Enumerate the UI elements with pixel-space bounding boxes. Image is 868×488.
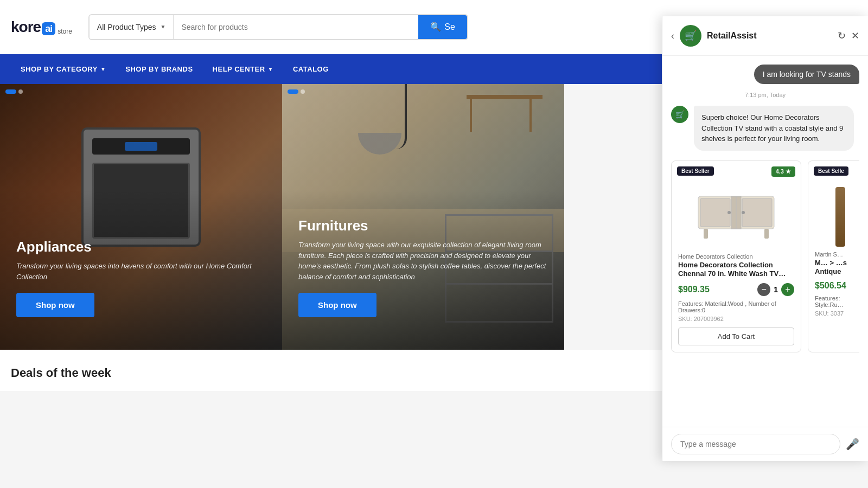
product-card-2-partial: Best Selle Martin S… M… > …s Antique $50…	[808, 160, 859, 353]
product-card-1: Best Seller 4.3 ★	[671, 160, 801, 353]
product-features-2: Features: Style:Ru…	[815, 295, 859, 308]
svg-rect-1	[700, 198, 730, 227]
quantity-decrease-button-1[interactable]: −	[757, 283, 770, 296]
svg-rect-2	[742, 198, 772, 227]
product-features-1: Features: Material:Wood , Number of Draw…	[678, 300, 794, 313]
search-bar: All Product Types ▼ 🔍 Se	[88, 14, 468, 40]
product-type-dropdown[interactable]: All Product Types ▼	[90, 15, 174, 39]
appliances-content: Appliances Transform your living spaces …	[16, 239, 266, 317]
chat-bot-avatar: 🛒	[680, 25, 701, 47]
furniture-description: Transform your living space with our exq…	[298, 240, 548, 282]
chevron-down-icon: ▼	[100, 66, 106, 72]
chevron-down-icon-help: ▼	[268, 66, 273, 72]
logo-kore: kore	[11, 18, 41, 35]
nav-item-help-center[interactable]: HELP CENTER ▼	[203, 54, 283, 84]
search-icon: 🔍	[430, 22, 441, 32]
search-btn-label: Se	[444, 22, 455, 32]
furniture-shop-now-button[interactable]: Shop now	[298, 293, 376, 317]
carousel-indicator-appliances	[5, 89, 23, 94]
carousel-indicator-furniture	[288, 89, 305, 94]
chat-messages: I am looking for TV stands 7:13 pm, Toda…	[662, 56, 868, 391]
nav-label-shop-by-category: SHOP BY CATEGORY	[21, 65, 98, 73]
chat-header-actions: ↻ ✕	[838, 30, 859, 42]
chat-bot-name: RetailAssist	[707, 31, 838, 41]
product-image-1	[678, 183, 794, 248]
dropdown-arrow-icon: ▼	[161, 24, 166, 30]
svg-point-6	[742, 211, 745, 214]
chat-panel: ‹ 🛒 RetailAssist ↻ ✕ I am looking for TV…	[662, 16, 868, 391]
quantity-value-1: 1	[774, 285, 778, 294]
best-seller-badge-2: Best Selle	[814, 166, 848, 176]
nav-item-catalog[interactable]: CATALOG	[283, 54, 339, 84]
chat-header: ‹ 🛒 RetailAssist ↻ ✕	[662, 16, 868, 56]
product-title-2: M… > …s Antique	[815, 259, 859, 277]
product-price-1: $909.35	[678, 285, 710, 294]
product-type-label: All Product Types	[97, 23, 156, 31]
product-title-1: Home Decorators Collection Chennai 70 in…	[678, 261, 794, 279]
product-sku-1: SKU: 207009962	[678, 316, 794, 322]
logo-store-label: store	[58, 28, 72, 35]
cart-bot-icon: 🛒	[685, 30, 697, 42]
banner-section: Appliances Transform your living spaces …	[0, 84, 564, 350]
chat-back-button[interactable]: ‹	[671, 30, 674, 42]
furniture-content: Furnitures Transform your living space w…	[298, 217, 548, 317]
best-seller-badge-1: Best Seller	[677, 166, 714, 176]
nav-item-shop-by-category[interactable]: SHOP BY CATEGORY ▼	[11, 54, 116, 84]
nav-label-catalog: CATALOG	[293, 65, 329, 73]
svg-rect-8	[764, 229, 769, 239]
product-brand-2: Martin S…	[815, 251, 859, 258]
bot-message: 🛒 Superb choice! Our Home Decorators Col…	[671, 106, 859, 151]
furniture-title: Furnitures	[298, 217, 548, 234]
svg-point-5	[727, 211, 731, 214]
product-price-row-2: $506.54	[815, 281, 859, 291]
chat-refresh-button[interactable]: ↻	[838, 30, 846, 42]
bot-cart-icon: 🛒	[675, 110, 685, 119]
user-message-bubble: I am looking for TV stands	[754, 65, 859, 84]
tv-stand-svg	[693, 191, 780, 240]
nav-label-shop-by-brands: SHOP BY BRANDS	[125, 65, 193, 73]
quantity-increase-button-1[interactable]: +	[781, 283, 794, 296]
product-rating-1: 4.3 ★	[771, 166, 795, 177]
search-button[interactable]: 🔍 Se	[418, 15, 467, 39]
product-cards-row: Best Seller 4.3 ★	[671, 158, 859, 355]
logo[interactable]: koreai store	[11, 18, 72, 36]
product-price-2: $506.54	[815, 281, 846, 291]
message-timestamp: 7:13 pm, Today	[671, 92, 859, 98]
search-input[interactable]	[174, 15, 418, 39]
banner-card-furnitures: Furnitures Transform your living space w…	[282, 84, 564, 350]
nav-item-shop-by-brands[interactable]: SHOP BY BRANDS	[116, 54, 202, 84]
chat-close-button[interactable]: ✕	[851, 30, 859, 42]
product-brand-1: Home Decorators Collection	[678, 253, 794, 260]
appliances-description: Transform your living spaces into havens…	[16, 261, 266, 282]
banner-card-appliances: Appliances Transform your living spaces …	[0, 84, 282, 350]
logo-ai-badge: ai	[42, 22, 55, 35]
add-to-cart-button-1[interactable]: Add To Cart	[678, 328, 794, 345]
svg-rect-7	[704, 229, 708, 239]
appliances-title: Appliances	[16, 239, 266, 255]
product-sku-2: SKU: 3037	[815, 310, 859, 317]
logo-text: koreai	[11, 18, 55, 36]
product-price-row-1: $909.35 − 1 +	[678, 283, 794, 296]
nav-label-help-center: HELP CENTER	[213, 65, 265, 73]
appliances-shop-now-button[interactable]: Shop now	[16, 293, 94, 317]
bot-avatar-small: 🛒	[671, 106, 688, 123]
quantity-control-1: − 1 +	[757, 283, 794, 296]
bot-response-bubble: Superb choice! Our Home Decorators Colle…	[694, 106, 854, 151]
